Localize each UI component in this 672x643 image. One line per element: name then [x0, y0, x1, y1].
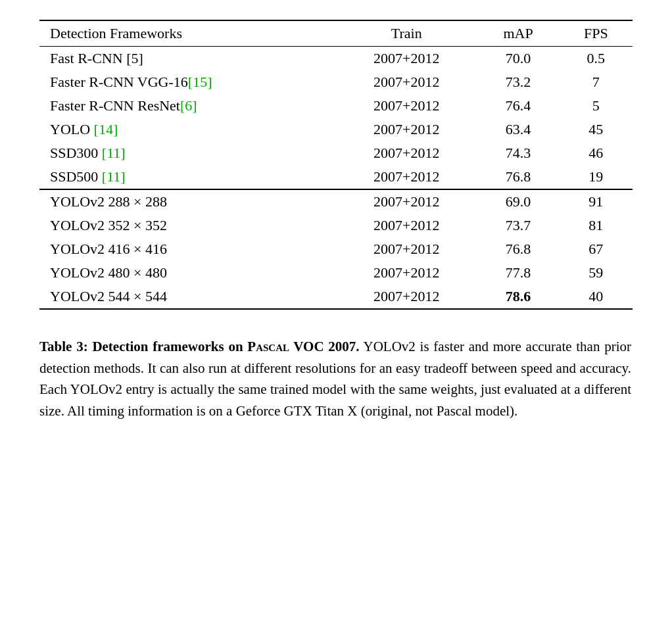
fps-value: 7: [560, 70, 633, 94]
framework-name: YOLOv2 416 × 416: [39, 237, 336, 261]
table-row: YOLOv2 352 × 352 2007+2012 73.7 81: [39, 214, 633, 237]
table-row: SSD500 [11] 2007+2012 76.8 19: [39, 165, 633, 189]
col-header-train: Train: [336, 20, 477, 47]
train-value: 2007+2012: [336, 118, 477, 141]
framework-name: YOLOv2 480 × 480: [39, 261, 336, 285]
train-value: 2007+2012: [336, 285, 477, 309]
train-value: 2007+2012: [336, 165, 477, 189]
framework-name: YOLOv2 352 × 352: [39, 214, 336, 237]
fps-value: 0.5: [560, 47, 633, 71]
train-value: 2007+2012: [336, 141, 477, 165]
citation-ref: [15]: [188, 74, 212, 90]
caption-label: Table 3:: [39, 339, 88, 354]
table-caption: Table 3: Detection frameworks on Pascal …: [39, 336, 631, 421]
fps-value: 81: [560, 214, 633, 237]
map-value: 73.2: [477, 70, 560, 94]
map-value bold-value: 78.6: [477, 285, 560, 309]
detection-frameworks-table: Detection Frameworks Train mAP FPS Fast …: [39, 20, 633, 310]
caption-title-text: Detection frameworks on: [92, 339, 247, 354]
table-row: YOLO [14] 2007+2012 63.4 45: [39, 118, 633, 141]
table-row: YOLOv2 480 × 480 2007+2012 77.8 59: [39, 261, 633, 285]
col-header-framework: Detection Frameworks: [39, 20, 336, 47]
table-row: YOLOv2 544 × 544 2007+2012 78.6 40: [39, 285, 633, 309]
framework-name: Faster R-CNN ResNet[6]: [39, 94, 336, 118]
table-row: Faster R-CNN VGG-16[15] 2007+2012 73.2 7: [39, 70, 633, 94]
table-row: Faster R-CNN ResNet[6] 2007+2012 76.4 5: [39, 94, 633, 118]
citation-ref: [5]: [126, 50, 143, 66]
train-value: 2007+2012: [336, 94, 477, 118]
map-value: 70.0: [477, 47, 560, 71]
col-header-map: mAP: [477, 20, 560, 47]
map-value: 73.7: [477, 214, 560, 237]
train-value: 2007+2012: [336, 189, 477, 214]
table-row: YOLOv2 288 × 288 2007+2012 69.0 91: [39, 189, 633, 214]
fps-value: 46: [560, 141, 633, 165]
citation-ref: [14]: [94, 121, 118, 137]
framework-name: SSD300 [11]: [39, 141, 336, 165]
citation-ref: [11]: [102, 168, 126, 185]
citation-ref: [6]: [180, 97, 197, 114]
train-value: 2007+2012: [336, 70, 477, 94]
fps-value: 91: [560, 189, 633, 214]
framework-name: SSD500 [11]: [39, 165, 336, 189]
fps-value: 40: [560, 285, 633, 309]
framework-name: YOLO [14]: [39, 118, 336, 141]
fps-value: 67: [560, 237, 633, 261]
table-row: SSD300 [11] 2007+2012 74.3 46: [39, 141, 633, 165]
fps-value: 5: [560, 94, 633, 118]
train-value: 2007+2012: [336, 214, 477, 237]
train-value: 2007+2012: [336, 237, 477, 261]
citation-ref: [11]: [102, 145, 126, 161]
map-value: 76.8: [477, 237, 560, 261]
table-row: YOLOv2 416 × 416 2007+2012 76.8 67: [39, 237, 633, 261]
map-value: 69.0: [477, 189, 560, 214]
framework-name: YOLOv2 544 × 544: [39, 285, 336, 309]
map-value: 76.4: [477, 94, 560, 118]
train-value: 2007+2012: [336, 261, 477, 285]
fps-value: 45: [560, 118, 633, 141]
framework-name: Fast R-CNN [5]: [39, 47, 336, 71]
framework-name: YOLOv2 288 × 288: [39, 189, 336, 214]
framework-name: Faster R-CNN VGG-16[15]: [39, 70, 336, 94]
caption-pascal-voc: Pascal VOC 2007.: [247, 339, 359, 354]
table-header-row: Detection Frameworks Train mAP FPS: [39, 20, 633, 47]
map-value: 77.8: [477, 261, 560, 285]
col-header-fps: FPS: [560, 20, 633, 47]
table-row: Fast R-CNN [5] 2007+2012 70.0 0.5: [39, 47, 633, 71]
fps-value: 19: [560, 165, 633, 189]
map-value: 63.4: [477, 118, 560, 141]
train-value: 2007+2012: [336, 47, 477, 71]
map-value: 76.8: [477, 165, 560, 189]
fps-value: 59: [560, 261, 633, 285]
map-value: 74.3: [477, 141, 560, 165]
comparison-table-container: Detection Frameworks Train mAP FPS Fast …: [39, 20, 633, 310]
